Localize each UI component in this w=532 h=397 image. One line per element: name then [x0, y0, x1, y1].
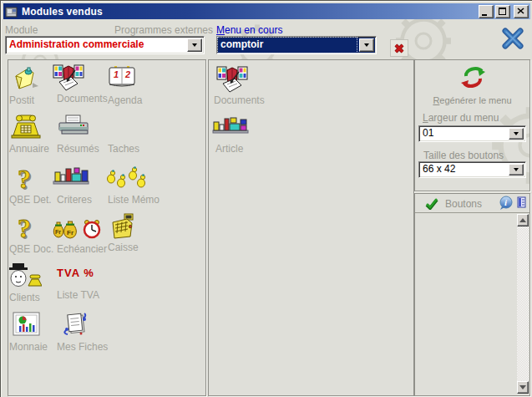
monnaie-icon [13, 312, 41, 342]
module-item-label: Caisse [108, 242, 139, 253]
module-item-label: QBE Doc. [9, 244, 53, 255]
taille-des-boutons-label: Taille des boutons [423, 150, 504, 161]
criteres-icon [53, 165, 89, 195]
regenerate-menu-button[interactable]: Regénérer le menu [415, 64, 529, 105]
largeur-du-menu-label: Largeur du menu [423, 112, 499, 124]
caisse-icon [108, 212, 136, 242]
module-item-label: Taches [108, 144, 139, 155]
agenda-icon: 12 [108, 65, 136, 95]
delete-menu-button[interactable] [390, 39, 408, 57]
scroll-up-button[interactable] [517, 214, 529, 226]
largeur-du-menu-value: 01 [419, 126, 507, 141]
module-item-clients[interactable]: Clients [9, 262, 42, 303]
taille-des-boutons-value: 66 x 42 [419, 162, 507, 177]
svg-text:Fr: Fr [67, 229, 73, 237]
module-item-documents[interactable]: Documents [57, 64, 108, 104]
taille-dropdown-button[interactable] [509, 164, 524, 176]
module-item-label: Documents [57, 94, 108, 104]
title-bar[interactable]: Modules vendus [3, 3, 530, 19]
scroll-down-button[interactable] [517, 381, 529, 394]
menu-en-cours-label[interactable]: Menu en cours [216, 24, 282, 36]
module-item-label: QBE Det. [9, 195, 52, 206]
menu-item-article[interactable]: Article [215, 114, 249, 155]
module-item-label: Clients [9, 293, 40, 303]
module-item-label: Echéancier [57, 244, 107, 255]
arrow-down-icon [519, 385, 526, 389]
echeancier-icon: FrFr [50, 214, 102, 244]
module-select-dropdown-button[interactable] [187, 38, 202, 52]
boutons-title: Boutons [445, 198, 482, 210]
maximize-icon [499, 8, 506, 15]
maximize-button[interactable] [495, 5, 510, 18]
article-icon [212, 114, 249, 144]
menu-select-value: comptoir [217, 37, 357, 53]
module-item-qbe-det[interactable]: ?? QBE Det. [9, 165, 52, 206]
chevron-down-icon [514, 168, 519, 171]
blue-x-icon [500, 26, 525, 51]
module-item-label: Mes Fiches [57, 342, 108, 353]
minimize-button[interactable] [479, 5, 494, 18]
menu-select-dropdown-button[interactable] [359, 38, 374, 52]
svg-text:Fr: Fr [55, 229, 61, 235]
modules-vendus-window: Modules vendus Module Programmes externe… [0, 0, 532, 397]
taille-des-boutons-select[interactable]: 66 x 42 [418, 161, 526, 178]
menu-settings-panel: Regénérer le menu Largeur du menu 01 Tai… [414, 59, 530, 191]
module-item-criteres[interactable]: Criteres [57, 165, 92, 206]
module-item-postit[interactable]: Postit [9, 65, 39, 106]
module-item-label: Annuaire [9, 144, 49, 155]
documents-icon [216, 65, 248, 95]
question-icon: ?? [14, 165, 39, 195]
svg-text:1: 1 [114, 69, 119, 79]
chevron-down-icon [192, 43, 197, 47]
mes-fiches-icon [61, 312, 89, 342]
clients-icon [7, 262, 42, 293]
module-item-label: Postit [9, 95, 34, 106]
chevron-down-icon [364, 43, 369, 47]
menu-item-label: Article [215, 144, 243, 155]
module-item-label: Résumés [57, 144, 99, 155]
documents-icon [53, 64, 84, 94]
menu-select[interactable]: comptoir [216, 36, 377, 54]
largeur-dropdown-button[interactable] [509, 128, 524, 140]
module-select[interactable]: Administration commerciale [5, 36, 205, 54]
module-item-label: Criteres [57, 195, 92, 206]
svg-text:?: ? [18, 214, 31, 243]
module-item-label: Agenda [108, 95, 142, 106]
postit-icon [11, 65, 39, 95]
module-item-liste-tva[interactable]: TVA % Liste TVA [57, 260, 99, 301]
module-item-liste-memo[interactable]: Liste Mémo [108, 165, 160, 206]
module-item-echeancier[interactable]: FrFr Echéancier [57, 214, 107, 255]
programmes-externes-label: Programmes externes [114, 24, 213, 36]
menu-item-documents[interactable]: Documents [214, 65, 265, 106]
module-item-resumes[interactable]: Résumés [57, 114, 99, 155]
module-select-value: Administration commerciale [6, 37, 185, 53]
minimize-icon [482, 14, 487, 16]
close-dialog-button[interactable] [500, 26, 525, 54]
menu-modules-panel [208, 59, 414, 396]
svg-text:?: ? [18, 165, 31, 194]
module-item-monnaie[interactable]: Monnaie [9, 312, 48, 353]
module-item-label: Monnaie [9, 342, 48, 353]
annuaire-icon [11, 114, 41, 144]
info-icon[interactable]: i [499, 196, 514, 211]
close-button[interactable] [514, 5, 529, 18]
window-title: Modules vendus [22, 6, 103, 18]
boutons-panel: Boutons i [414, 193, 530, 396]
question-icon: ?? [14, 214, 39, 244]
red-x-icon [393, 43, 405, 54]
check-icon[interactable] [424, 197, 438, 210]
module-item-caisse[interactable]: Caisse [108, 212, 139, 253]
window-icon [5, 5, 18, 18]
close-icon [517, 8, 524, 14]
svg-text:2: 2 [124, 69, 130, 79]
largeur-du-menu-select[interactable]: 01 [418, 125, 526, 142]
module-item-taches[interactable]: Taches [108, 114, 139, 155]
boutons-scrollbar[interactable] [517, 214, 529, 394]
module-item-qbe-doc[interactable]: ?? QBE Doc. [9, 214, 53, 255]
module-item-mes-fiches[interactable]: Mes Fiches [57, 312, 108, 353]
module-item-annuaire[interactable]: Annuaire [9, 114, 49, 155]
menu-item-label: Documents [214, 95, 265, 106]
form-page-icon[interactable] [517, 196, 527, 209]
module-item-label: Liste Mémo [108, 195, 160, 206]
module-item-agenda[interactable]: 12 Agenda [108, 65, 142, 106]
